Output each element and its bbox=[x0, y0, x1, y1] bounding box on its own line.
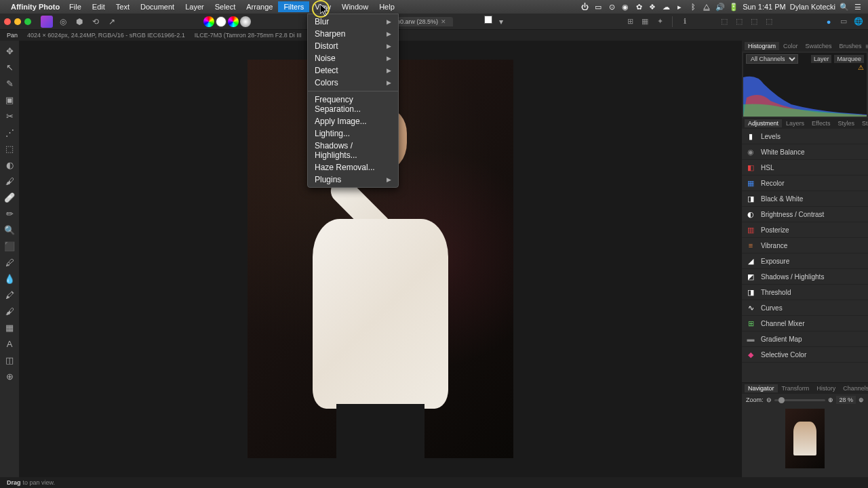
minimize-window-button[interactable] bbox=[14, 18, 21, 25]
align-icon[interactable]: ⬚ bbox=[734, 16, 745, 27]
tool-button[interactable]: ◐ bbox=[3, 159, 16, 171]
tab-styles[interactable]: Styles bbox=[834, 119, 858, 127]
layer-button[interactable]: Layer bbox=[811, 55, 832, 63]
account-icon[interactable]: ▭ bbox=[838, 16, 849, 27]
menu-help[interactable]: Help bbox=[374, 1, 400, 12]
adjustment-exposure[interactable]: ◢Exposure bbox=[742, 253, 868, 269]
menu-item-haze-removal-[interactable]: Haze Removal... bbox=[308, 161, 398, 174]
tab-layers[interactable]: Layers bbox=[783, 119, 808, 127]
menu-item-noise[interactable]: Noise▶ bbox=[308, 52, 398, 64]
tool-button[interactable]: ✎ bbox=[3, 77, 16, 89]
zoom-slider[interactable] bbox=[774, 399, 826, 401]
tab-swatches[interactable]: Swatches bbox=[802, 42, 835, 50]
zoom-fit-button[interactable]: ⊕ bbox=[859, 396, 864, 403]
tool-button[interactable]: ▦ bbox=[3, 321, 16, 333]
swatch-fg-icon[interactable] bbox=[484, 16, 492, 24]
zoom-window-button[interactable] bbox=[24, 18, 31, 25]
luminance-icon[interactable] bbox=[240, 16, 251, 27]
assistant-icon[interactable]: ✦ bbox=[654, 16, 665, 27]
persona-liquify-icon[interactable]: ⬢ bbox=[73, 16, 85, 28]
tool-button[interactable]: ✂ bbox=[3, 110, 16, 122]
battery-icon[interactable]: 🔋 bbox=[729, 2, 738, 12]
menu-item-sharpen[interactable]: Sharpen▶ bbox=[308, 28, 398, 40]
tool-button[interactable]: 🖊 bbox=[3, 256, 16, 268]
volume-icon[interactable]: 🔊 bbox=[715, 2, 725, 12]
menu-item-shadows-highlights-[interactable]: Shadows / Highlights... bbox=[308, 140, 398, 161]
globe-icon[interactable]: 🌐 bbox=[853, 16, 864, 27]
tool-button[interactable]: ✏ bbox=[3, 207, 16, 220]
tool-button[interactable]: 🖍 bbox=[3, 289, 16, 301]
menu-edit[interactable]: Edit bbox=[87, 1, 111, 12]
tab-navigator[interactable]: Navigator bbox=[745, 384, 778, 392]
hue-icon[interactable] bbox=[228, 16, 239, 27]
adjustment-vibrance[interactable]: ≡Vibrance bbox=[742, 238, 868, 253]
status-icon[interactable]: ❖ bbox=[648, 2, 657, 12]
tool-button[interactable]: ⬛ bbox=[3, 240, 16, 252]
adjustment-white-balance[interactable]: ◉White Balance bbox=[742, 144, 868, 160]
align-icon[interactable]: ⬚ bbox=[749, 16, 760, 27]
adjustment-black-white[interactable]: ◨Black & White bbox=[742, 191, 868, 207]
tool-button[interactable]: 🖌 bbox=[3, 175, 16, 187]
adjustment-selective-color[interactable]: ◆Selective Color bbox=[742, 347, 868, 363]
adjustment-threshold[interactable]: ◨Threshold bbox=[742, 285, 868, 300]
persona-photo-icon[interactable]: ◎ bbox=[57, 16, 69, 28]
zoom-out-button[interactable]: ⊖ bbox=[766, 396, 772, 403]
menu-text[interactable]: Text bbox=[111, 1, 135, 12]
tool-button[interactable]: ⋰ bbox=[3, 126, 16, 138]
bluetooth-icon[interactable]: ᛒ bbox=[688, 2, 698, 12]
marquee-button[interactable]: Marquee bbox=[834, 55, 864, 63]
tab-histogram[interactable]: Histogram bbox=[745, 42, 779, 50]
tab-color[interactable]: Color bbox=[780, 42, 802, 50]
contrast-icon[interactable] bbox=[216, 16, 226, 27]
adjustment-brightness-contrast[interactable]: ◐Brightness / Contrast bbox=[742, 207, 868, 222]
tab-history[interactable]: History bbox=[813, 384, 839, 392]
adjustment-curves[interactable]: ∿Curves bbox=[742, 300, 868, 316]
tab-transform[interactable]: Transform bbox=[778, 384, 813, 392]
align-icon[interactable]: ⬚ bbox=[719, 16, 730, 27]
tool-button[interactable]: ▣ bbox=[3, 94, 16, 106]
menu-document[interactable]: Document bbox=[135, 1, 180, 12]
status-icon[interactable]: ◉ bbox=[620, 2, 630, 12]
menu-filters[interactable]: Filters bbox=[278, 1, 309, 12]
menu-item-colors[interactable]: Colors▶ bbox=[308, 77, 398, 89]
tool-button[interactable]: ◫ bbox=[3, 354, 16, 366]
info-icon[interactable]: ℹ bbox=[679, 16, 690, 27]
tab-channels[interactable]: Channels bbox=[840, 384, 868, 392]
wifi-icon[interactable]: ⧋ bbox=[702, 2, 711, 12]
control-center-icon[interactable]: ☰ bbox=[853, 2, 863, 12]
menu-item-apply-image-[interactable]: Apply Image... bbox=[308, 115, 398, 127]
spotlight-icon[interactable]: 🔍 bbox=[840, 2, 849, 12]
zoom-in-button[interactable]: ⊕ bbox=[828, 396, 833, 403]
tool-button[interactable]: ✥ bbox=[3, 45, 16, 57]
tool-button[interactable]: 💧 bbox=[3, 272, 16, 285]
menu-item-plugins[interactable]: Plugins▶ bbox=[308, 174, 398, 186]
menu-item-blur[interactable]: Blur▶ bbox=[308, 16, 398, 28]
navigator-thumbnail[interactable] bbox=[785, 409, 825, 468]
menu-arrange[interactable]: Arrange bbox=[241, 1, 278, 12]
persona-develop-icon[interactable]: ⟲ bbox=[90, 16, 102, 28]
adjustment-channel-mixer[interactable]: ⊞Channel Mixer bbox=[742, 316, 868, 331]
grid-icon[interactable]: ⊞ bbox=[625, 16, 635, 27]
tool-button[interactable]: 🩹 bbox=[3, 191, 16, 203]
tool-button[interactable]: ⊕ bbox=[3, 370, 16, 382]
tool-button[interactable]: 🖌 bbox=[3, 305, 16, 317]
menu-view[interactable]: View bbox=[309, 1, 336, 12]
stock-icon[interactable]: ● bbox=[823, 16, 834, 27]
tool-button[interactable]: A bbox=[3, 338, 16, 350]
menu-item-lighting-[interactable]: Lighting... bbox=[308, 127, 398, 140]
status-icon[interactable]: ⊙ bbox=[607, 2, 616, 12]
menu-window[interactable]: Window bbox=[336, 1, 374, 12]
menubar-user[interactable]: Dylan Kotecki bbox=[790, 3, 835, 11]
adjustment-levels[interactable]: ▮Levels bbox=[742, 129, 868, 144]
snap-icon[interactable]: ▦ bbox=[639, 16, 650, 27]
menu-layer[interactable]: Layer bbox=[180, 1, 210, 12]
menu-item-distort[interactable]: Distort▶ bbox=[308, 40, 398, 52]
status-icon[interactable]: ✿ bbox=[634, 2, 644, 12]
tool-button[interactable]: 🔍 bbox=[3, 224, 16, 236]
app-name[interactable]: Affinity Photo bbox=[11, 3, 60, 11]
persona-export-icon[interactable]: ↗ bbox=[106, 16, 118, 28]
tab-stock[interactable]: Stock bbox=[859, 119, 868, 127]
tab-effects[interactable]: Effects bbox=[808, 119, 833, 127]
align-icon[interactable]: ⬚ bbox=[764, 16, 774, 27]
panel-menu-icon[interactable]: ≡ bbox=[866, 43, 868, 50]
